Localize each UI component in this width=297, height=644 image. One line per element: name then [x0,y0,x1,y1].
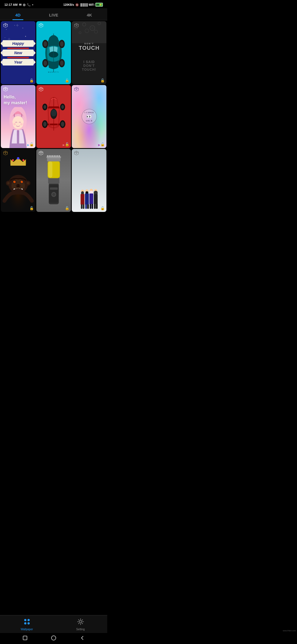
svg-line-52 [41,88,43,89]
svg-point-42 [94,30,98,33]
svg-point-0 [6,29,7,30]
play-icon-5: ▶ [63,143,65,146]
svg-point-40 [85,29,89,33]
wallpaper-grid: Happy New Year [0,20,107,213]
svg-rect-102 [50,187,58,190]
svg-point-87 [19,185,20,186]
dot-indicator: • [32,3,33,6]
svg-line-45 [6,88,7,89]
wifi-icon: WiFi [89,3,94,6]
svg-point-63 [43,122,46,127]
lock-icon-5: 🔓 [65,142,69,146]
tab-4k[interactable]: 4K [72,10,107,20]
battery-indicator: 49⚡ [95,3,103,7]
cube-icon-7 [2,151,9,157]
bugatti-car-svg [38,29,69,77]
lock-icon-2: 🔓 [65,78,69,83]
svg-point-75 [17,157,20,160]
dont-touch-lower: I SAID DON'T TOUCH! [72,60,106,72]
new-year-line1: Happy [2,40,34,47]
play-icon-6: ▶ [98,143,100,146]
space-girl-badge: I ☆ SPACE 👀 GIRL ☮ [82,109,97,124]
svg-line-32 [75,24,76,26]
svg-point-49 [20,123,23,125]
svg-line-33 [76,24,78,26]
svg-point-95 [7,182,10,184]
svg-point-23 [43,41,47,47]
dont-top-text: DON'T [73,42,105,45]
wallpaper-card-6[interactable]: I ☆ SPACE 👀 GIRL ☮ 🔓 ▶ [72,85,106,148]
lock-icon-7: 🔓 [29,206,34,210]
svg-point-3 [5,37,5,38]
red-car-svg [40,93,68,140]
svg-rect-116 [59,155,60,157]
wallpaper-card-2[interactable]: BUGATTI 🔓 [36,21,71,84]
wallpaper-card-9[interactable]: 🔓 [72,149,106,212]
svg-line-15 [6,24,7,26]
network-speed: 120KB/s [63,3,74,6]
lock-icon-8: 🔓 [65,206,69,210]
svg-point-41 [79,32,81,34]
wallpaper-card-5[interactable]: 🔓 ▶ [36,85,71,148]
wallpaper-card-8[interactable]: 🔓 [36,149,71,212]
svg-line-121 [76,152,78,153]
phone-icon: 📞 [27,3,31,7]
svg-point-96 [27,182,29,184]
svg-point-2 [23,28,23,28]
svg-line-18 [41,24,43,26]
anime-figure [1,107,35,148]
dont-touch-section: DON'T TOUCH [72,41,106,52]
status-right: 120KB/s 🔇 ▐▐▐▐ WiFi 49⚡ [63,3,103,7]
svg-rect-73 [10,164,26,166]
svg-line-68 [76,88,78,89]
svg-point-48 [13,123,16,125]
svg-rect-113 [54,155,55,157]
tab-live[interactable]: LIVE [36,10,72,20]
svg-point-27 [43,60,47,66]
svg-point-4 [25,36,26,37]
svg-rect-103 [48,178,59,184]
svg-rect-107 [47,157,61,161]
svg-point-36 [82,23,86,26]
svg-line-70 [4,152,6,153]
svg-point-83 [13,181,14,182]
svg-line-44 [4,88,6,89]
tab-bar: 4D LIVE 4K [0,8,107,20]
svg-point-1 [14,25,15,26]
svg-line-71 [6,152,7,153]
lock-icon-3: 🔓 [100,78,105,83]
svg-line-17 [39,24,41,26]
svg-point-84 [21,181,21,182]
cube-icon-4 [2,87,9,93]
svg-point-38 [91,27,94,29]
cube-icon-3 [73,23,79,29]
new-year-line2: New [2,50,34,56]
trimmer-svg [45,155,62,206]
svg-rect-112 [52,155,53,157]
svg-line-14 [4,24,6,26]
wallpaper-card-3[interactable]: DON'T TOUCH I SAID DON'T TOUCH! 🔓 [72,21,106,84]
wallpaper-card-1[interactable]: Happy New Year [1,21,35,84]
svg-rect-111 [50,155,51,157]
svg-rect-115 [57,155,58,157]
cube-icon-9 [73,151,79,157]
anime-text-label: Hello, my master! [4,94,33,106]
dont-main-text: TOUCH [73,45,105,51]
king-kong-svg [1,155,35,210]
svg-line-120 [75,152,76,153]
wallpaper-card-7[interactable]: 🔓 [1,149,35,212]
svg-point-76 [23,159,24,161]
svg-point-74 [12,159,14,161]
svg-point-55 [51,110,56,116]
svg-point-59 [43,105,46,109]
bugatti-label: BUGATTI [48,71,59,73]
svg-rect-110 [49,155,50,157]
svg-line-99 [41,152,43,153]
wallpaper-card-4[interactable]: Hello, my master! [1,85,35,148]
tab-4d[interactable]: 4D [0,10,36,20]
location-icon: ◎ [23,3,26,7]
svg-point-86 [16,185,18,186]
svg-point-25 [60,41,64,47]
svg-point-61 [61,105,64,109]
lock-icon-4: 🔓 [29,142,34,146]
